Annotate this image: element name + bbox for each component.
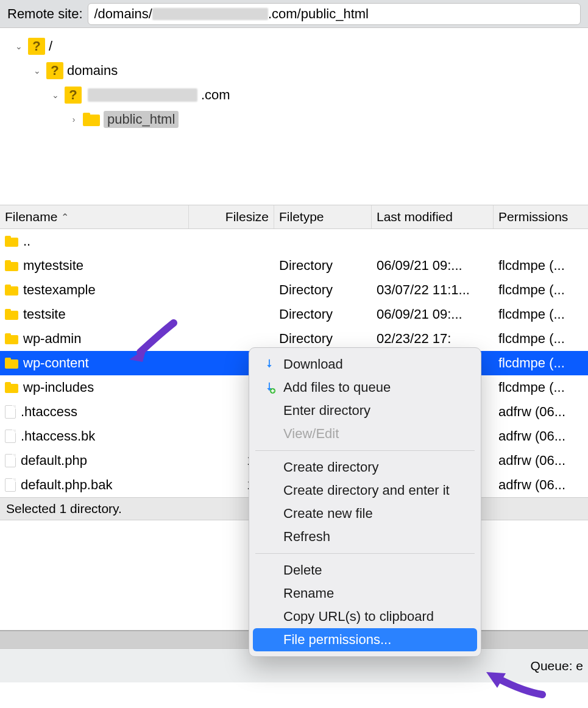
tree-row-public-html[interactable]: › public_html <box>0 107 588 132</box>
column-label: Filename <box>5 210 57 224</box>
column-label: Filesize <box>225 210 269 224</box>
remote-site-label: Remote site: <box>7 6 83 22</box>
menu-label: Refresh <box>283 529 330 545</box>
menu-item-rename[interactable]: Rename <box>253 582 477 605</box>
cell-permissions: flcdmpe (... <box>494 258 588 274</box>
file-name: testsite <box>23 306 66 322</box>
menu-separator <box>255 553 475 554</box>
folder-icon <box>5 309 18 320</box>
cell-permissions: flcdmpe (... <box>494 380 588 395</box>
menu-separator <box>255 450 475 451</box>
file-icon <box>5 405 16 419</box>
cell-permissions: adfrw (06... <box>494 404 588 420</box>
folder-icon <box>5 285 18 296</box>
file-icon <box>5 454 16 467</box>
tree-row-domain[interactable]: ⌄ ? .com <box>0 83 588 107</box>
file-name: wp-includes <box>23 380 94 395</box>
cell-filetype: Directory <box>274 282 372 298</box>
tree-toggle-icon[interactable]: ⌄ <box>32 66 43 76</box>
file-row[interactable]: testexampleDirectory03/07/22 11:1...flcd… <box>0 278 588 302</box>
remote-path-bar: Remote site: /domains/.com/public_html <box>0 0 588 28</box>
menu-item-create-new-file[interactable]: Create new file <box>253 502 477 525</box>
column-header-modified[interactable]: Last modified <box>372 205 494 228</box>
cell-filename: wp-includes <box>0 380 189 395</box>
folder-icon <box>5 236 18 247</box>
unknown-folder-icon: ? <box>46 62 63 79</box>
tree-toggle-icon[interactable]: › <box>68 115 79 124</box>
menu-item-refresh[interactable]: Refresh <box>253 525 477 548</box>
menu-label: Create directory <box>283 459 379 475</box>
unknown-folder-icon: ? <box>65 87 82 104</box>
cell-filename: testsite <box>0 306 189 322</box>
tree-label: .com <box>201 87 230 103</box>
menu-label: View/Edit <box>283 426 339 442</box>
tree-label-selected: public_html <box>104 111 179 128</box>
file-name: default.php.bak <box>21 477 112 493</box>
cell-filename: wp-content <box>0 355 189 371</box>
menu-label: Create new file <box>283 506 373 522</box>
column-label: Permissions <box>498 210 568 224</box>
cell-permissions: flcdmpe (... <box>494 282 588 298</box>
menu-item-download[interactable]: Download <box>253 353 477 376</box>
tree-row-root[interactable]: ⌄ ? / <box>0 34 588 58</box>
cell-permissions: flcdmpe (... <box>494 355 588 371</box>
menu-item-add-to-queue[interactable]: Add files to queue <box>253 376 477 399</box>
menu-label: Copy URL(s) to clipboard <box>283 609 434 625</box>
cell-permissions: flcdmpe (... <box>494 331 588 347</box>
column-header-filetype[interactable]: Filetype <box>274 205 372 228</box>
unknown-folder-icon: ? <box>28 38 45 55</box>
file-row[interactable]: testsiteDirectory06/09/21 09:...flcdmpe … <box>0 302 588 327</box>
tree-row-domains[interactable]: ⌄ ? domains <box>0 58 588 83</box>
cell-modified: 06/09/21 09:... <box>372 306 494 322</box>
column-header-permissions[interactable]: Permissions <box>494 205 588 228</box>
column-header-filename[interactable]: Filename ⌃ <box>0 205 189 228</box>
cell-permissions: adfrw (06... <box>494 453 588 469</box>
redacted-domain <box>152 8 268 20</box>
menu-item-create-directory[interactable]: Create directory <box>253 456 477 479</box>
file-name: .. <box>23 233 30 249</box>
cell-filename: .htaccess.bk <box>0 428 189 444</box>
queue-label: Queue: e <box>531 659 583 673</box>
cell-filename: testexample <box>0 282 189 298</box>
cell-filename: default.php <box>0 453 189 469</box>
tree-toggle-icon[interactable]: ⌄ <box>50 90 61 100</box>
cell-modified: 06/09/21 09:... <box>372 258 494 274</box>
cell-modified: 02/23/22 17: <box>372 331 494 347</box>
folder-icon <box>5 358 18 369</box>
menu-item-create-directory-enter[interactable]: Create directory and enter it <box>253 479 477 502</box>
column-label: Filetype <box>279 210 324 224</box>
cell-permissions: adfrw (06... <box>494 477 588 493</box>
menu-label: File permissions... <box>283 632 391 648</box>
menu-label: Download <box>283 356 343 372</box>
column-label: Last modified <box>377 210 453 224</box>
menu-label: Rename <box>283 586 334 601</box>
column-header-filesize[interactable]: Filesize <box>189 205 274 228</box>
folder-icon <box>83 113 100 126</box>
menu-label: Delete <box>283 562 322 578</box>
cell-filename: wp-admin <box>0 331 189 347</box>
cell-permissions: flcdmpe (... <box>494 306 588 322</box>
menu-item-file-permissions[interactable]: File permissions... <box>253 628 477 651</box>
file-name: .htaccess.bk <box>21 428 95 444</box>
remote-path-input[interactable]: /domains/.com/public_html <box>88 3 581 25</box>
tree-label: / <box>49 38 52 54</box>
menu-item-enter-directory[interactable]: Enter directory <box>253 399 477 422</box>
menu-item-delete[interactable]: Delete <box>253 559 477 582</box>
path-prefix: /domains/ <box>94 6 152 22</box>
menu-label: Enter directory <box>283 403 370 419</box>
tree-label: domains <box>67 63 118 79</box>
menu-item-copy-url[interactable]: Copy URL(s) to clipboard <box>253 605 477 628</box>
file-row[interactable]: mytestsiteDirectory06/09/21 09:...flcdmp… <box>0 253 588 278</box>
cell-filetype: Directory <box>274 306 372 322</box>
file-icon <box>5 478 16 492</box>
cell-filename: mytestsite <box>0 258 189 274</box>
tree-toggle-icon[interactable]: ⌄ <box>13 41 24 51</box>
menu-item-view-edit: View/Edit <box>253 422 477 445</box>
cell-modified: 03/07/22 11:1... <box>372 282 494 298</box>
add-to-queue-icon <box>263 381 276 394</box>
status-text: Selected 1 directory. <box>6 501 122 515</box>
file-name: wp-admin <box>23 331 81 347</box>
file-row[interactable]: .. <box>0 229 588 253</box>
download-icon <box>263 358 276 371</box>
remote-directory-tree[interactable]: ⌄ ? / ⌄ ? domains ⌄ ? .com › public_html <box>0 28 588 205</box>
